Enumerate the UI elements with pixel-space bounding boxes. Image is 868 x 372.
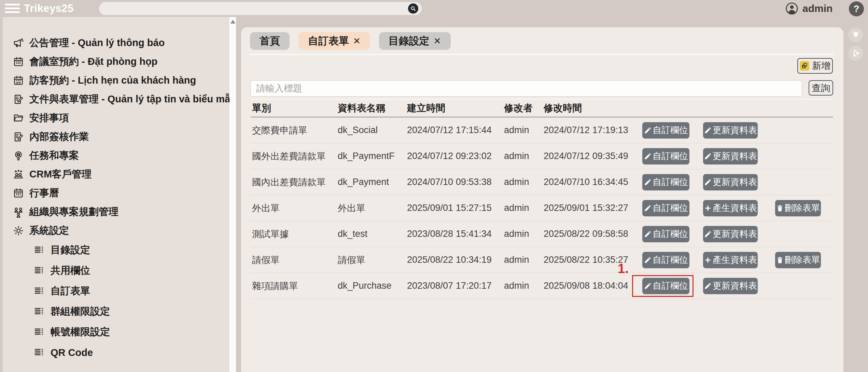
table-body: 交際費申請單dk_Social2024/07/12 17:15:44admin2… [251,117,833,299]
sidebar-item[interactable]: 組織與專案規劃管理 [3,202,229,221]
action-cell: 自訂欄位 [642,200,703,216]
sidebar-item[interactable]: 會議室預約 - Đặt phòng họp [3,52,229,71]
sidebar-subitem[interactable]: QR Code [3,342,229,363]
user-avatar-icon[interactable] [785,2,798,15]
delete-form-button[interactable]: 刪除表單 [775,200,821,216]
table-cell: dk_Social [338,125,407,135]
tab-自訂表單[interactable]: 自訂表單✕ [298,32,370,50]
idea-gear-icon [12,149,25,162]
sidebar-subitem[interactable]: 共用欄位 [3,260,229,281]
sidebar-item[interactable]: 任務和專案 [3,146,229,165]
table-row: 測試單據dk_test2023/08/28 15:41:34admin2025/… [251,221,833,247]
tab-close-icon[interactable]: ✕ [353,36,361,46]
main-panel: 首頁自訂表單✕目錄設定✕ 新增 查詢 單別資料表名稱建立時間修改者修改時間 交際… [241,27,843,372]
custom-fields-button[interactable]: 自訂欄位 [642,122,689,139]
sidebar-scrollbar[interactable] [229,17,236,372]
action-cell: 自訂欄位 [642,252,703,268]
action-button-label: 更新資料表 [713,280,757,292]
table-row: 國內出差費請款單dk_Payment2024/07/10 09:53:38adm… [251,169,833,195]
table-cell: 雜項請購單 [252,280,338,292]
custom-fields-button[interactable]: 自訂欄位 [642,148,689,164]
gear-icon [12,225,25,237]
custom-fields-button[interactable]: 自訂欄位 [642,252,689,268]
sidebar-subitem-label: 自訂表單 [51,284,90,298]
add-button[interactable]: 新增 [797,58,833,74]
sidebar-item[interactable]: 系統設定 [3,221,229,240]
tab-close-icon[interactable]: ✕ [434,36,441,46]
header-search-input[interactable] [105,3,400,15]
custom-fields-button[interactable]: 自訂欄位 [642,174,689,190]
sidebar-item[interactable]: 文件與表單管理 - Quản lý tập tin và biểu mẫu [3,90,229,109]
table-cell: dk_test [338,229,407,239]
action-button-label: 自訂欄位 [653,280,688,292]
list-icon [33,326,45,338]
table-cell: 2025/09/08 18:04:04 [544,281,642,291]
app-window: Trikeys25 admin ? 公告管理 - Quản lý thông b… [0,0,868,372]
update-table-button[interactable]: 更新資料表 [703,122,758,139]
sidebar-item-label: 會議室預約 - Đặt phòng họp [29,55,157,69]
custom-fields-button[interactable]: 自訂欄位 [642,226,689,242]
sidebar-item[interactable]: 訪客預約 - Lịch hẹn của khách hàng [3,71,229,90]
user-name: admin [802,0,832,17]
hamburger-menu-icon[interactable] [5,4,20,14]
header-search-bar [99,2,422,15]
scroll-up-arrow-icon[interactable] [230,20,235,24]
table-row: 國外出差費請款單dk_PaymentF2024/07/12 09:23:02ad… [251,143,833,169]
action-cell: 更新資料表 [703,148,775,164]
sidebar-item[interactable]: CRM客戶管理 [3,165,229,184]
sidebar-item[interactable]: 安排事項 [3,109,229,127]
sidebar-subitem[interactable]: 帳號權限設定 [3,322,229,342]
sidebar-item[interactable]: 行事曆 [3,184,229,202]
table-cell: dk_PaymentF [338,151,407,161]
add-button-label: 新增 [812,60,830,72]
sidebar-subitem[interactable]: 群組權限設定 [3,301,229,322]
sidebar: 公告管理 - Quản lý thông báo會議室預約 - Đặt phòn… [3,17,229,372]
action-cell: 更新資料表 [703,278,775,294]
column-header: 資料表名稱 [338,102,407,115]
update-table-button[interactable]: 更新資料表 [703,148,758,164]
action-cell: 自訂欄位 [642,278,703,294]
sidebar-subitem-label: 目錄設定 [51,243,90,257]
notification-bell-icon[interactable] [848,27,863,42]
table-cell: 2025/09/01 15:32:27 [544,203,642,213]
action-button-label: 自訂欄位 [653,254,688,266]
title-filter-input[interactable] [250,80,802,97]
sidebar-item[interactable]: 內部簽核作業 [3,127,229,146]
sidebar-item-label: 公告管理 - Quản lý thông báo [29,36,165,50]
calendar-icon [12,56,25,68]
sidebar-item-label: 任務和專案 [29,149,79,162]
update-table-button[interactable]: 更新資料表 [703,226,758,242]
table-cell: 國內出差費請款單 [252,176,338,188]
table-cell: 2023/08/28 15:41:34 [407,229,504,239]
column-header: 修改時間 [544,102,642,115]
calendar-check-icon [12,74,25,87]
help-icon[interactable]: ? [849,1,864,16]
copy-plus-icon [800,61,809,71]
update-table-button[interactable]: 更新資料表 [703,174,758,190]
sidebar-subitem[interactable]: 自訂表單 [3,281,229,301]
update-table-button[interactable]: 更新資料表 [703,278,758,294]
tab-label: 首頁 [260,34,280,48]
create-table-button[interactable]: 產生資料表 [703,252,758,268]
sidebar-item-label: CRM客戶管理 [29,168,92,181]
logout-icon[interactable] [848,46,863,61]
custom-fields-button[interactable]: 自訂欄位 [642,200,689,216]
custom-fields-button[interactable]: 自訂欄位 [642,278,689,294]
table-cell: 2024/07/10 16:34:45 [544,177,642,187]
table-row: 請假單請假單2025/08/22 10:34:19admin2025/08/22… [251,247,833,273]
delete-form-button[interactable]: 刪除表單 [775,252,821,268]
table-cell: dk_Purchase [338,281,407,291]
create-table-button[interactable]: 產生資料表 [703,200,758,216]
search-icon[interactable] [408,3,418,14]
sidebar-subitem[interactable]: 目錄設定 [3,240,229,260]
sidebar-item-label: 安排事項 [29,111,69,125]
table-cell: 交際費申請單 [252,124,338,137]
action-cell: 自訂欄位 [642,174,703,190]
list-icon [33,285,45,297]
tab-目錄設定[interactable]: 目錄設定✕ [379,32,451,50]
table-cell: admin [504,177,544,187]
query-button[interactable]: 查詢 [809,80,833,96]
people-stars-icon [12,168,25,181]
sidebar-item[interactable]: 公告管理 - Quản lý thông báo [3,33,229,52]
tab-首頁[interactable]: 首頁 [250,32,290,50]
